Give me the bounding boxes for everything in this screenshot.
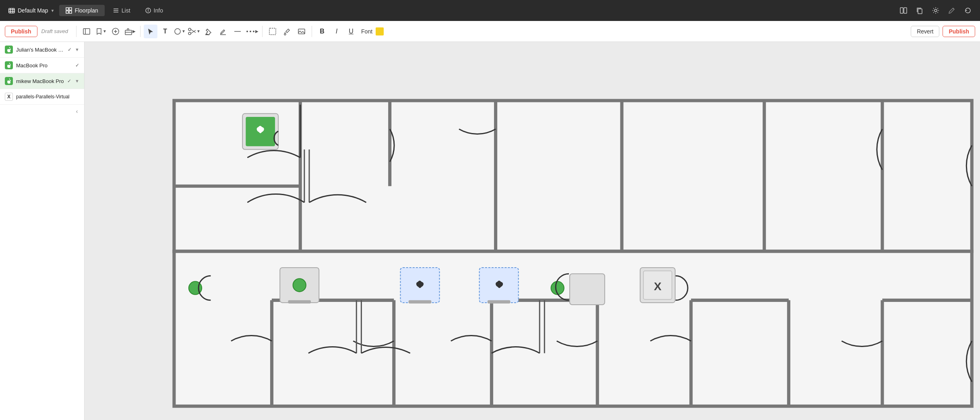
more-chevron: ▶ — [255, 29, 258, 33]
briefcase-chevron: ▶ — [132, 29, 136, 33]
svg-rect-69 — [488, 300, 511, 304]
select-box-button[interactable] — [266, 25, 279, 38]
more-tools-button[interactable]: ▶ — [245, 25, 259, 38]
toolbar: Publish Draft saved ▼ ▶ T — [0, 21, 980, 42]
sidebar-item-macbook-pro[interactable]: MacBook Pro ✓ — [0, 58, 84, 73]
svg-rect-2 — [69, 8, 72, 10]
svg-point-64 — [293, 279, 306, 291]
apple-icon-mikew — [5, 77, 13, 85]
duplicate-button[interactable] — [912, 3, 927, 18]
svg-point-10 — [148, 9, 148, 10]
chevron-down-icon: ▼ — [50, 8, 54, 13]
main-area: Julian's MacBook Pro ✓ ▼ MacBook Pro ✓ m… — [0, 42, 980, 420]
sidebar-item-parallels[interactable]: X parallels-Parallels-Virtual — [0, 89, 84, 105]
italic-button[interactable]: I — [330, 25, 343, 38]
svg-rect-12 — [904, 8, 907, 13]
sidebar-item-parallels-label: parallels-Parallels-Virtual — [16, 94, 70, 100]
pen-tool-button[interactable] — [216, 25, 230, 38]
text-tool-button[interactable]: T — [158, 25, 172, 38]
list-icon — [113, 7, 119, 14]
shape-icon — [174, 27, 182, 35]
split-view-button[interactable] — [896, 3, 911, 18]
copy-icon — [916, 6, 924, 15]
bookmark-button[interactable]: ▼ — [94, 25, 108, 38]
publish-button-right[interactable]: Publish — [943, 26, 975, 37]
grid-icon — [66, 7, 72, 14]
svg-rect-11 — [900, 8, 903, 13]
map-selector-label: Default Map — [18, 7, 48, 14]
add-button[interactable] — [109, 25, 122, 38]
toolbar-separator-1 — [76, 26, 76, 37]
map-icon — [8, 7, 15, 14]
toolbar-separator-3 — [262, 26, 263, 37]
scissors-button[interactable]: ▼ — [187, 25, 201, 38]
tab-floorplan-label: Floorplan — [74, 7, 98, 14]
sidebar-item-julians-macbook[interactable]: Julian's MacBook Pro ✓ ▼ — [0, 42, 84, 58]
line-tool-button[interactable] — [231, 25, 244, 38]
svg-rect-71 — [570, 274, 605, 305]
svg-rect-25 — [205, 34, 209, 35]
apple-icon-julians — [5, 46, 13, 54]
svg-rect-3 — [66, 11, 68, 13]
svg-point-30 — [253, 31, 254, 32]
sidebar-item-mikew-chevron: ▼ — [75, 79, 79, 83]
shape-tool-button[interactable]: ▼ — [173, 25, 186, 38]
tab-info-label: Info — [154, 7, 163, 14]
font-label: Font — [361, 28, 372, 35]
publish-button-left[interactable]: Publish — [5, 26, 37, 37]
pencil-icon — [948, 6, 956, 15]
tab-info[interactable]: Info — [139, 5, 170, 16]
briefcase-button[interactable]: ▶ — [123, 25, 137, 38]
sidebar-collapse-button[interactable]: ‹ — [73, 107, 81, 115]
apple-icon-macbook — [5, 61, 13, 69]
draft-saved-label: Draft saved — [41, 28, 68, 34]
svg-text:X: X — [654, 280, 662, 293]
sidebar-item-macbook-check: ✓ — [75, 62, 79, 68]
settings-button[interactable] — [928, 3, 943, 18]
sidebar-item-macbook-label: MacBook Pro — [16, 62, 48, 69]
canvas-area[interactable]: X — [85, 42, 980, 420]
svg-point-14 — [935, 9, 937, 12]
sidebar-item-mikew[interactable]: mikew MacBook Pro ✓ ▼ — [0, 73, 84, 89]
pen-icon — [219, 27, 227, 35]
image-tool-button[interactable] — [295, 25, 308, 38]
text-tool-label: T — [163, 28, 167, 35]
split-icon — [899, 6, 908, 15]
cursor-icon — [147, 28, 154, 35]
paint-bucket-button[interactable] — [280, 25, 294, 38]
sidebar-footer: ‹ — [0, 105, 84, 117]
svg-rect-1 — [66, 8, 68, 10]
font-color-swatch[interactable] — [376, 27, 384, 35]
sidebar-item-mikew-label: mikew MacBook Pro — [16, 78, 64, 84]
fill-tool-button[interactable] — [202, 25, 215, 38]
select-tool-button[interactable] — [144, 25, 157, 38]
top-nav: Default Map ▼ Floorplan List Info — [0, 0, 980, 21]
svg-point-23 — [188, 28, 191, 31]
revert-button[interactable]: Revert — [911, 26, 939, 37]
x-icon-parallels: X — [5, 93, 13, 101]
svg-point-22 — [175, 29, 180, 34]
scissors-chevron: ▼ — [196, 29, 201, 33]
floorplan-svg: X — [85, 42, 980, 420]
gear-icon — [932, 6, 940, 15]
map-selector[interactable]: Default Map ▼ — [5, 5, 58, 16]
tab-list[interactable]: List — [106, 5, 137, 16]
sidebar-item-julians-chevron: ▼ — [75, 47, 79, 52]
info-icon — [145, 7, 151, 14]
briefcase-icon — [124, 27, 132, 35]
toolbar-separator-2 — [140, 26, 141, 37]
underline-button[interactable]: U — [344, 25, 358, 38]
sidebar-toggle-button[interactable] — [80, 25, 93, 38]
bold-button[interactable]: B — [315, 25, 329, 38]
select-box-icon — [269, 27, 277, 35]
sidebar-item-julians-label: Julian's MacBook Pro — [16, 47, 64, 53]
refresh-button[interactable] — [961, 3, 975, 18]
edit-button[interactable] — [945, 3, 959, 18]
line-icon — [234, 27, 242, 35]
tab-floorplan[interactable]: Floorplan — [59, 5, 104, 16]
svg-rect-4 — [69, 11, 72, 13]
svg-rect-65 — [288, 300, 311, 304]
paint-bucket-icon — [283, 27, 291, 35]
svg-rect-31 — [269, 28, 276, 35]
refresh-icon — [964, 6, 972, 15]
